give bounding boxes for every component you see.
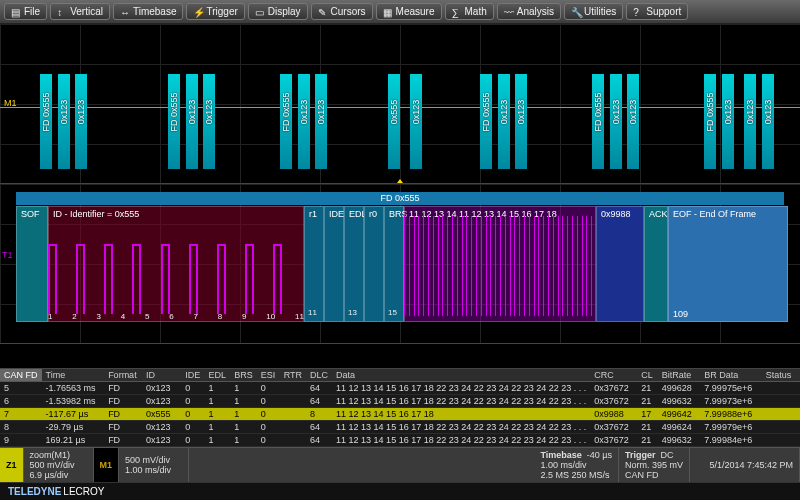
overview-packet[interactable]: 0x123 xyxy=(315,74,327,169)
overview-packet[interactable]: FD 0x555 xyxy=(280,74,292,169)
col-id[interactable]: ID xyxy=(142,369,181,382)
col-esi[interactable]: ESI xyxy=(257,369,280,382)
cell-edl: 1 xyxy=(205,395,231,408)
decode-table[interactable]: CAN FDTimeFormatIDIDEEDLBRSESIRTRDLCData… xyxy=(0,369,800,447)
timebase-samples: 2.5 MS 250 MS/s xyxy=(540,470,612,480)
cell-dlc: 64 xyxy=(306,421,332,434)
overview-packet[interactable]: 0x123 xyxy=(298,74,310,169)
file-button[interactable]: ▤File xyxy=(4,3,47,20)
bit-num: 4 xyxy=(121,312,125,321)
cell-brs: 1 xyxy=(230,421,257,434)
cell-brd: 7.99988e+6 xyxy=(700,408,761,421)
cell-stat xyxy=(762,408,800,421)
cell-fmt: FD xyxy=(104,421,142,434)
overview-pane[interactable]: M1 FD 0x5550x1230x123FD 0x5550x1230x123F… xyxy=(0,24,800,184)
overview-packet[interactable]: 0x123 xyxy=(203,74,215,169)
cell-data: 11 12 13 14 15 16 17 18 22 23 24 22 23 2… xyxy=(332,382,590,395)
bit-num: 9 xyxy=(242,312,246,321)
brand-bar: TELEDYNE LECROY xyxy=(0,482,800,500)
m1-tag: M1 xyxy=(100,460,113,470)
overview-packet[interactable]: 0x123 xyxy=(186,74,198,169)
seg-ack: ACK xyxy=(644,206,668,322)
col-ide[interactable]: IDE xyxy=(181,369,204,382)
overview-packet[interactable]: FD 0x555 xyxy=(480,74,492,169)
z1-chip[interactable]: Z1 xyxy=(0,448,24,482)
overview-packet[interactable]: FD 0x555 xyxy=(40,74,52,169)
m1-chip[interactable]: M1 xyxy=(94,448,120,482)
col-cl[interactable]: CL xyxy=(637,369,657,382)
overview-packet[interactable]: 0x123 xyxy=(515,74,527,169)
packet-label: 0x123 xyxy=(59,100,69,125)
display-button[interactable]: ▭Display xyxy=(248,3,308,20)
overview-packet[interactable]: FD 0x555 xyxy=(592,74,604,169)
btn-label: Analysis xyxy=(517,6,554,17)
timebase-block[interactable]: Timebase -40 µs 1.00 ms/div 2.5 MS 250 M… xyxy=(534,448,619,482)
zoom-canvas: FD 0x555 SOF ID - Identifier = 0x555 r1 … xyxy=(0,184,800,343)
table-row[interactable]: 7-117.67 µsFD0x5550110811 12 13 14 15 16… xyxy=(0,408,800,421)
zoom-pane[interactable]: T1 FD 0x555 SOF ID - Identifier = 0x555 … xyxy=(0,184,800,344)
overview-packet[interactable]: 0x123 xyxy=(610,74,622,169)
seg-eof-label: EOF - End Of Frame xyxy=(673,209,756,219)
overview-packet[interactable]: FD 0x555 xyxy=(704,74,716,169)
support-button[interactable]: ?Support xyxy=(626,3,688,20)
col-bitrate[interactable]: BitRate xyxy=(658,369,701,382)
overview-packet[interactable]: 0x123 xyxy=(410,74,422,169)
measure-button[interactable]: ▦Measure xyxy=(376,3,442,20)
analysis-button[interactable]: 〰Analysis xyxy=(497,3,561,20)
btn-label: Support xyxy=(646,6,681,17)
cell-cl: 17 xyxy=(637,408,657,421)
table-row[interactable]: 9169.21 µsFD0x12301106411 12 13 14 15 16… xyxy=(0,434,800,447)
cell-brs: 1 xyxy=(230,382,257,395)
trigger-block[interactable]: Trigger DC Norm. 395 mV CAN FD xyxy=(619,448,690,482)
status-bar: Z1 zoom(M1) 500 mV/div 6.9 µs/div M1 500… xyxy=(0,447,800,482)
math-button[interactable]: ∑Math xyxy=(445,3,494,20)
col-status[interactable]: Status xyxy=(762,369,800,382)
overview-packet[interactable]: 0x123 xyxy=(744,74,756,169)
col-crc[interactable]: CRC xyxy=(590,369,637,382)
utilities-button[interactable]: 🔧Utilities xyxy=(564,3,623,20)
col-format[interactable]: Format xyxy=(104,369,142,382)
z1-info[interactable]: zoom(M1) 500 mV/div 6.9 µs/div xyxy=(24,448,94,482)
cursors-button[interactable]: ✎Cursors xyxy=(311,3,373,20)
timebase-button[interactable]: ↔Timebase xyxy=(113,3,184,20)
cell-crc: 0x37672 xyxy=(590,395,637,408)
table-row[interactable]: 6-1.53982 msFD0x12301106411 12 13 14 15 … xyxy=(0,395,800,408)
overview-packet[interactable]: 0x123 xyxy=(58,74,70,169)
col-dlc[interactable]: DLC xyxy=(306,369,332,382)
table-row[interactable]: 5-1.76563 msFD0x12301106411 12 13 14 15 … xyxy=(0,382,800,395)
timebase-icon: ↔ xyxy=(120,7,130,17)
cell-brd: 7.99984e+6 xyxy=(700,434,761,447)
col-br data[interactable]: BR Data xyxy=(700,369,761,382)
overview-packet[interactable]: 0x123 xyxy=(722,74,734,169)
cell-fmt: FD xyxy=(104,382,142,395)
m1-info[interactable]: 500 mV/div 1.00 ms/div xyxy=(119,448,189,482)
trigger-button[interactable]: ⚡Trigger xyxy=(186,3,244,20)
seg-r0-label: r0 xyxy=(369,209,377,219)
col-brs[interactable]: BRS xyxy=(230,369,257,382)
trigger-coupling: DC xyxy=(661,450,674,460)
cell-stat xyxy=(762,434,800,447)
col-data[interactable]: Data xyxy=(332,369,590,382)
cell-rtr xyxy=(280,395,306,408)
col-rtr[interactable]: RTR xyxy=(280,369,306,382)
overview-packet[interactable]: 0x123 xyxy=(75,74,87,169)
table-header-row: CAN FDTimeFormatIDIDEEDLBRSESIRTRDLCData… xyxy=(0,369,800,382)
frame-header: FD 0x555 xyxy=(16,192,784,205)
utilities-icon: 🔧 xyxy=(571,7,581,17)
col-idx[interactable]: CAN FD xyxy=(0,369,42,382)
cell-brd: 7.99975e+6 xyxy=(700,382,761,395)
seg-ack-label: ACK xyxy=(649,209,668,219)
overview-packet[interactable]: 0x123 xyxy=(762,74,774,169)
overview-packet[interactable]: 0x123 xyxy=(627,74,639,169)
table-row[interactable]: 8-29.79 µsFD0x12301106411 12 13 14 15 16… xyxy=(0,421,800,434)
packet-label: FD 0x555 xyxy=(481,92,491,131)
datetime-block: 5/1/2014 7:45:42 PM xyxy=(690,448,800,482)
overview-packet[interactable]: 0x123 xyxy=(498,74,510,169)
cell-dlc: 8 xyxy=(306,408,332,421)
col-time[interactable]: Time xyxy=(42,369,105,382)
vertical-button[interactable]: ↕Vertical xyxy=(50,3,110,20)
packet-label: 0x123 xyxy=(299,100,309,125)
col-edl[interactable]: EDL xyxy=(205,369,231,382)
overview-packet[interactable]: 0x555 xyxy=(388,74,400,169)
overview-packet[interactable]: FD 0x555 xyxy=(168,74,180,169)
